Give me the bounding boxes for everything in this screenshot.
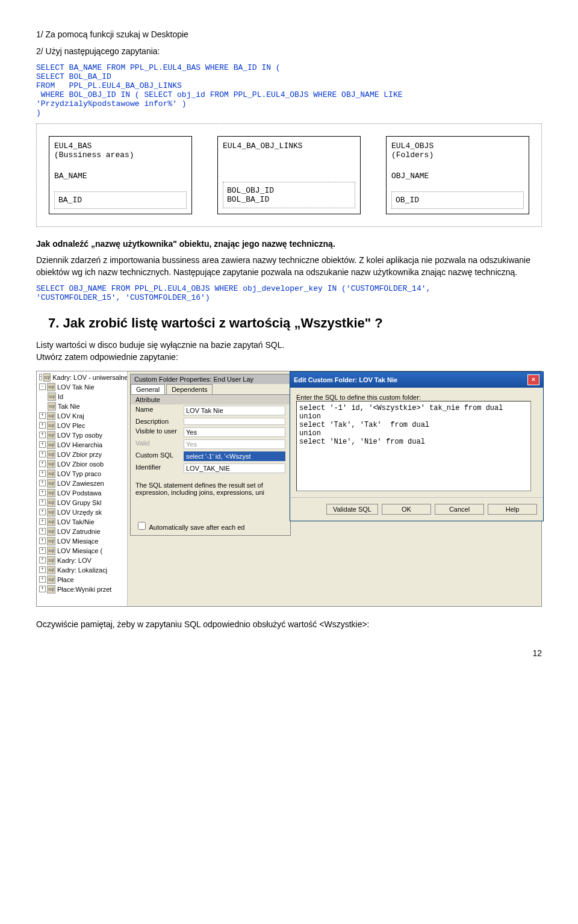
tree-root[interactable]: - sql Kadry: LOV - uniwersalne bbox=[37, 373, 127, 382]
tree-item[interactable]: +sqlLOV Zbior osob bbox=[37, 459, 127, 469]
expand-icon[interactable]: + bbox=[39, 432, 46, 438]
tree-item[interactable]: +sqlLOV Urzędy sk bbox=[37, 507, 127, 517]
folder-icon: sql bbox=[47, 575, 55, 584]
cancel-button[interactable]: Cancel bbox=[435, 504, 484, 515]
prop-key: Identifier bbox=[135, 464, 184, 473]
expand-icon[interactable]: - bbox=[39, 383, 46, 390]
validate-sql-button[interactable]: Validate SQL bbox=[326, 504, 378, 515]
expand-icon[interactable]: + bbox=[39, 557, 46, 563]
explain-paragraph: Dziennik zdarzeń z importowania bussines… bbox=[36, 255, 542, 278]
close-icon[interactable]: × bbox=[527, 374, 539, 385]
folder-icon: sql bbox=[47, 441, 55, 449]
tree-item-label: LOV Grupy Skl bbox=[57, 499, 101, 506]
discoverer-admin-mock: - sql Kadry: LOV - uniwersalne -sqlLOV T… bbox=[36, 371, 542, 607]
ok-button[interactable]: OK bbox=[382, 504, 431, 515]
tree-item-label: LOV Zatrudnie bbox=[57, 528, 101, 535]
prop-value[interactable]: select '-1' id, '<Wszyst bbox=[184, 451, 285, 461]
tree-item[interactable]: +sqlLOV Miesiące ( bbox=[37, 546, 127, 556]
folder-tree[interactable]: - sql Kadry: LOV - uniwersalne -sqlLOV T… bbox=[37, 371, 128, 606]
expand-icon[interactable]: + bbox=[39, 470, 46, 477]
expand-icon[interactable]: + bbox=[39, 586, 46, 592]
prop-key: Visible to user bbox=[135, 427, 184, 437]
tree-item-label: LOV Tak Nie bbox=[57, 383, 95, 391]
expand-icon[interactable]: + bbox=[39, 509, 46, 515]
tree-item[interactable]: +sqlLOV Hierarchia bbox=[37, 440, 127, 450]
sql-block-1: SELECT BA_NAME FROM PPL_PL.EUL4_BAS WHER… bbox=[36, 63, 542, 117]
prop-value[interactable]: Yes bbox=[184, 439, 285, 449]
tree-item[interactable]: +sqlKadry: Lokalizacj bbox=[37, 565, 127, 575]
prop-row[interactable]: Custom SQLselect '-1' id, '<Wszyst bbox=[131, 450, 290, 462]
tree-item[interactable]: -sqlLOV Tak Nie bbox=[37, 382, 127, 392]
tree-item[interactable]: +sqlLOV Zawieszen bbox=[37, 479, 127, 488]
tree-item[interactable]: +sqlLOV Kraj bbox=[37, 411, 127, 421]
tree-item[interactable]: +sqlLOV Grupy Skl bbox=[37, 498, 127, 507]
folder-icon: sql bbox=[47, 421, 55, 430]
expand-icon[interactable]: + bbox=[39, 547, 46, 554]
tab-dependents[interactable]: Dependents bbox=[166, 384, 213, 394]
prop-key: Description bbox=[135, 418, 184, 425]
tree-item[interactable]: +sqlLOV Podstawa bbox=[37, 488, 127, 498]
dia-box-bas: EUL4_BAS (Bussiness areas) BA_NAME BA_ID bbox=[49, 136, 192, 214]
folder-icon: sql bbox=[47, 537, 55, 545]
expand-icon[interactable]: + bbox=[39, 518, 46, 525]
prop-row[interactable]: NameLOV Tak Nie bbox=[131, 405, 290, 417]
expand-icon[interactable]: + bbox=[39, 412, 46, 419]
expand-icon[interactable]: + bbox=[39, 460, 46, 467]
folder-icon: sql bbox=[43, 373, 51, 382]
expand-icon[interactable]: + bbox=[39, 566, 46, 573]
dialog-sql-textarea[interactable]: select '-1' id, '<Wszystkie>' tak_nie fr… bbox=[296, 401, 531, 491]
prop-value[interactable] bbox=[184, 418, 285, 425]
tree-item[interactable]: sqlId bbox=[37, 392, 127, 402]
tree-item[interactable]: +sqlLOV Typ praco bbox=[37, 469, 127, 479]
folder-icon: sql bbox=[47, 431, 55, 439]
expand-icon[interactable]: + bbox=[39, 489, 46, 496]
prop-row[interactable]: Visible to userYes bbox=[131, 426, 290, 438]
dia-box-objs: EUL4_OBJS (Folders) OBJ_NAME OB_ID bbox=[386, 136, 529, 214]
dia-box-links-keys: BOL_OBJ_ID BOL_BA_ID bbox=[223, 182, 355, 208]
tree-item[interactable]: +sqlPłace bbox=[37, 575, 127, 584]
collapse-icon[interactable]: - bbox=[39, 374, 42, 380]
dialog-title: Edit Custom Folder: LOV Tak Nie bbox=[294, 376, 397, 383]
dia-box-bas-key: BA_ID bbox=[54, 191, 187, 209]
expand-icon[interactable]: + bbox=[39, 576, 46, 583]
expand-icon[interactable]: + bbox=[39, 499, 46, 506]
folder-icon: sql bbox=[47, 470, 55, 478]
folder-icon: sql bbox=[47, 479, 55, 488]
tree-item[interactable]: +sqlKadry: LOV bbox=[37, 556, 127, 565]
expand-icon[interactable]: + bbox=[39, 441, 46, 448]
step-2: 2/ Użyj następującego zapytania: bbox=[36, 46, 542, 58]
folder-icon: sql bbox=[48, 402, 56, 411]
tree-item-label: LOV Zawieszen bbox=[57, 480, 104, 487]
tree-item[interactable]: +sqlLOV Zatrudnie bbox=[37, 527, 127, 536]
expand-icon[interactable]: + bbox=[39, 480, 46, 486]
dialog-hint: Enter the SQL to define this custom fold… bbox=[296, 394, 537, 401]
help-button[interactable]: Help bbox=[488, 504, 537, 515]
tree-item[interactable]: +sqlPłace:Wyniki przet bbox=[37, 584, 127, 594]
expand-icon[interactable]: + bbox=[39, 538, 46, 544]
tree-item[interactable]: +sqlLOV Plec bbox=[37, 421, 127, 430]
tree-item[interactable]: +sqlLOV Tak/Nie bbox=[37, 517, 127, 527]
prop-value[interactable]: LOV Tak Nie bbox=[184, 406, 285, 415]
tab-general[interactable]: General bbox=[131, 384, 165, 394]
tree-item[interactable]: +sqlLOV Typ osoby bbox=[37, 430, 127, 440]
step-1: 1/ Za pomocą funkcji szukaj w Desktopie bbox=[36, 29, 542, 41]
heading-7: 7. Jak zrobić listę wartości z wartością… bbox=[48, 315, 542, 331]
tree-item[interactable]: +sqlLOV Zbior przy bbox=[37, 450, 127, 459]
folder-icon: sql bbox=[47, 489, 55, 497]
prop-value[interactable]: LOV_TAK_NIE bbox=[184, 464, 285, 473]
dia-box-links-mid bbox=[223, 163, 355, 171]
autosave-checkbox[interactable] bbox=[138, 522, 146, 530]
tree-item[interactable]: +sqlLOV Miesiące bbox=[37, 536, 127, 546]
listy-paragraph: Listy wartości w disco buduje się wyłącz… bbox=[36, 340, 542, 363]
prop-value[interactable]: Yes bbox=[184, 427, 285, 437]
expand-icon[interactable]: + bbox=[39, 528, 46, 535]
tree-item[interactable]: sqlTak Nie bbox=[37, 402, 127, 411]
prop-row[interactable]: Description bbox=[131, 417, 290, 426]
expand-icon[interactable]: + bbox=[39, 451, 46, 457]
bold-question: Jak odnaleźć „nazwę użytkownika" obiektu… bbox=[36, 239, 542, 249]
expand-icon[interactable]: + bbox=[39, 422, 46, 429]
prop-row[interactable]: IdentifierLOV_TAK_NIE bbox=[131, 462, 290, 474]
autosave-row[interactable]: Automatically save after each ed bbox=[131, 516, 290, 535]
prop-row[interactable]: ValidYes bbox=[131, 438, 290, 450]
props-note: The SQL statement defines the result set… bbox=[131, 479, 290, 498]
